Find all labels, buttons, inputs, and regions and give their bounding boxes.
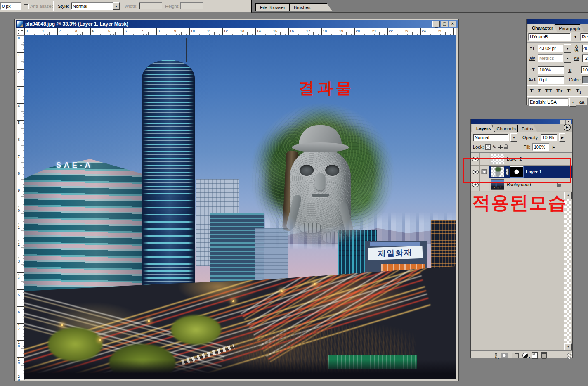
blend-mode-arrow[interactable]: ▼ (510, 133, 517, 142)
width-label: Width: (125, 4, 137, 9)
vertical-scale-icon: ↕T (528, 68, 536, 72)
layers-palette-icon-bar: f▼ ▼ (471, 351, 572, 359)
statue-composite (249, 102, 396, 249)
tab-layers[interactable]: Layers (472, 124, 495, 132)
v-ruler: 01234567891011121314151617181920 (17, 35, 25, 380)
kerning-icon: A̸V (528, 57, 536, 60)
statue-eye (300, 165, 314, 176)
leading-icon: AᴵA (572, 45, 581, 52)
new-layer-button[interactable] (532, 352, 538, 359)
tab-character[interactable]: Character (528, 24, 557, 32)
layer-list-empty-area: ▲ ▼ (471, 192, 572, 351)
fill-input[interactable]: 100% (532, 143, 549, 151)
opacity-slider-button[interactable]: ▶ (559, 133, 565, 142)
lock-all-button[interactable] (504, 147, 508, 149)
layers-palette-titlebar[interactable]: ▁ × (471, 119, 572, 124)
faux-bold-button[interactable]: T (530, 88, 534, 94)
tracking-input[interactable]: -25 (582, 54, 588, 62)
tab-brushes[interactable]: Brushes (289, 3, 332, 11)
close-button[interactable]: × (449, 21, 456, 27)
tracking-icon: AV (572, 57, 581, 60)
character-palette-titlebar[interactable] (527, 19, 588, 24)
height-input[interactable] (180, 2, 203, 9)
add-layer-mask-button[interactable] (501, 353, 508, 358)
palette-resize-grip[interactable] (567, 353, 572, 359)
opacity-input[interactable]: 100% (541, 134, 557, 141)
document-title: pla04048.jpg @ 33.3% (Layer 1, Layer Mas… (25, 21, 128, 27)
subscript-button[interactable]: T₁ (576, 88, 581, 94)
character-palette-tabs: Character Paragraph (527, 24, 588, 32)
new-layer-set-button[interactable] (512, 353, 519, 358)
divider (205, 1, 205, 11)
photoshop-workspace: { "options_bar": { "radius_value": "0 px… (0, 0, 588, 386)
radius-input[interactable]: 0 px (0, 2, 21, 10)
height-label: Height: (165, 4, 179, 9)
lock-pixels-button[interactable]: ✎ (492, 144, 496, 150)
minimize-button[interactable]: ▁ (432, 21, 440, 27)
statue-nose (315, 173, 326, 190)
tree (48, 327, 102, 361)
document-title-bar[interactable]: pla04048.jpg @ 33.3% (Layer 1, Layer Mas… (16, 20, 458, 28)
annotation-highlight-rect (463, 158, 571, 183)
delete-layer-button[interactable] (541, 353, 547, 359)
font-family-arrow[interactable]: ▼ (572, 33, 579, 41)
horizontal-scale-icon: T (566, 68, 574, 72)
blend-mode-select[interactable]: Normal (473, 134, 509, 141)
small-caps-button[interactable]: Tᴛ (556, 88, 562, 94)
language-arrow[interactable]: ▼ (569, 98, 576, 107)
anti-aliased-checkbox[interactable] (24, 4, 29, 9)
layers-palette-tabs: Layers Channels Paths ▶ (471, 124, 572, 132)
style-dropdown[interactable]: Normal (71, 2, 116, 10)
character-palette: Character Paragraph HYnamB ▼ Regu ᴛT 43.… (526, 19, 588, 105)
font-size-input[interactable]: 43.09 pt (538, 45, 563, 52)
palette-menu-button[interactable]: ▶ (564, 124, 571, 131)
annotation-applied-text: 적용된모습 (472, 191, 567, 215)
width-input[interactable] (139, 2, 162, 9)
divider (53, 1, 54, 11)
scroll-down-button[interactable]: ▼ (564, 343, 572, 350)
kerning-arrow[interactable]: ▼ (564, 54, 571, 63)
vertical-scale-input[interactable]: 100% (538, 66, 564, 74)
lock-label: Lock: (473, 144, 484, 149)
layer-style-button[interactable]: f▼ (495, 352, 497, 359)
canvas[interactable]: SAE-A 제일화재 (24, 35, 456, 379)
text-color-swatch[interactable] (582, 76, 588, 83)
annotation-result-text: 결과물 (271, 78, 382, 99)
statue-hand (300, 223, 322, 233)
color-label: Color: (569, 77, 581, 82)
kerning-select[interactable]: Metrics (538, 54, 563, 62)
adjustment-layer-button[interactable]: ▼ (522, 353, 528, 358)
palette-well: File Browser Brushes (251, 0, 588, 13)
tower-antenna (186, 38, 187, 62)
maximize-button[interactable]: ▢ (441, 21, 448, 27)
baseline-shift-input[interactable]: 0 pt (538, 76, 564, 84)
style-dropdown-arrow[interactable]: ▼ (113, 2, 120, 10)
language-select[interactable]: English: USA (528, 98, 568, 106)
tab-channels[interactable]: Channels (492, 125, 520, 132)
antialias-icon: aa (578, 100, 586, 104)
tab-paragraph[interactable]: Paragraph (555, 24, 584, 32)
document-icon (17, 21, 23, 27)
font-size-arrow[interactable]: ▼ (564, 44, 571, 53)
background-lock-icon (557, 184, 561, 187)
leading-input[interactable]: 40. (582, 45, 588, 52)
font-style-select[interactable]: Regu (580, 33, 588, 41)
fill-slider-button[interactable]: ▶ (551, 143, 557, 151)
layers-palette: ▁ × Layers Channels Paths ▶ Normal ▼ Opa… (470, 119, 573, 358)
horizontal-scale-input[interactable]: 100 (581, 66, 588, 74)
lock-transparency-button[interactable] (485, 144, 491, 150)
font-size-icon: ᴛT (528, 47, 536, 50)
all-caps-button[interactable]: TT (545, 88, 552, 94)
font-family-select[interactable]: HYnamB (528, 33, 571, 41)
layers-scrollbar[interactable]: ▲ ▼ (564, 192, 571, 350)
anti-aliased-label: Anti-aliased (30, 4, 54, 9)
type-style-buttons: T T TT Tᴛ T¹ T₁ (527, 86, 588, 95)
style-label: Style: (58, 4, 69, 9)
superscript-button[interactable]: T¹ (567, 88, 572, 94)
tab-paths[interactable]: Paths (517, 125, 537, 132)
opacity-label: Opacity: (522, 135, 539, 140)
baseline-shift-icon: Aᵃ↟ (528, 78, 536, 82)
lock-position-button[interactable] (498, 145, 503, 149)
faux-italic-button[interactable]: T (538, 88, 541, 94)
saea-roof-sign: SAE-A (56, 161, 93, 170)
